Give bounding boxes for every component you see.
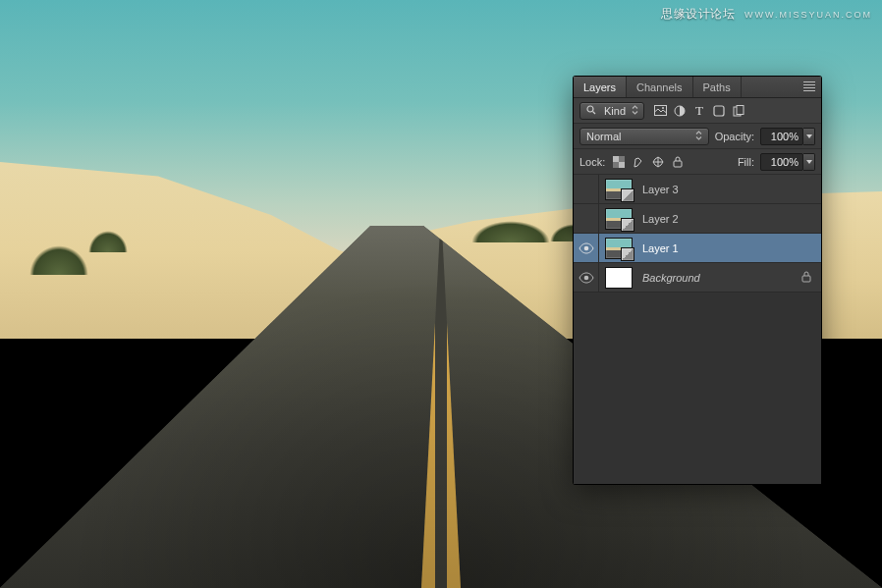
blend-mode-label: Normal <box>586 131 621 142</box>
layer-row[interactable]: Layer 3 <box>574 175 821 204</box>
smart-object-badge-icon <box>621 188 634 202</box>
layer-name[interactable]: Layer 1 <box>642 242 679 254</box>
opacity-field[interactable]: 100% <box>760 128 803 145</box>
blend-mode-select[interactable]: Normal <box>579 128 709 145</box>
tab-paths[interactable]: Paths <box>693 77 742 97</box>
fill-field[interactable]: 100% <box>760 153 803 171</box>
svg-rect-14 <box>802 276 810 282</box>
layer-row[interactable]: Layer 1 <box>574 234 821 263</box>
filter-kind-select[interactable]: Kind <box>579 102 644 120</box>
svg-rect-11 <box>674 161 682 167</box>
layer-name[interactable]: Layer 3 <box>642 184 679 195</box>
fill-dropdown[interactable] <box>803 153 815 171</box>
opacity-dropdown[interactable] <box>803 128 815 145</box>
svg-rect-9 <box>613 156 619 162</box>
svg-point-0 <box>587 106 593 112</box>
watermark: 思缘设计论坛 WWW.MISSYUAN.COM <box>661 6 872 23</box>
blend-row: Normal Opacity: 100% <box>574 124 821 149</box>
layer-row[interactable]: Layer 2 <box>574 204 821 234</box>
svg-point-13 <box>583 275 588 280</box>
bush <box>29 245 88 275</box>
filter-kind-label: Kind <box>604 105 626 117</box>
watermark-sub: WWW.MISSYUAN.COM <box>744 10 872 20</box>
lock-icon <box>801 271 811 285</box>
filter-shape-icon[interactable] <box>711 103 727 119</box>
lock-label: Lock: <box>579 156 605 168</box>
tab-channels[interactable]: Channels <box>627 77 692 97</box>
layer-thumb[interactable] <box>605 179 633 200</box>
svg-rect-5 <box>714 106 724 116</box>
layers-list[interactable]: Layer 3 Layer 2 Layer 1 <box>574 175 821 484</box>
filter-smart-icon[interactable] <box>731 103 746 119</box>
bush <box>88 231 128 252</box>
layers-panel[interactable]: Layers Channels Paths Kind T Normal <box>574 77 821 484</box>
visibility-toggle[interactable] <box>574 263 599 292</box>
panel-tabs: Layers Channels Paths <box>574 77 821 98</box>
svg-point-12 <box>583 245 588 250</box>
watermark-main: 思缘设计论坛 <box>661 7 735 21</box>
smart-object-badge-icon <box>621 247 634 261</box>
visibility-toggle[interactable] <box>574 204 599 233</box>
lock-position-icon[interactable] <box>650 154 666 170</box>
filter-adjust-icon[interactable] <box>672 103 688 119</box>
bush <box>471 221 550 242</box>
lock-row: Lock: Fill: 100% <box>574 149 821 175</box>
layer-thumb[interactable] <box>605 267 633 289</box>
opacity-label: Opacity: <box>715 131 754 142</box>
svg-rect-7 <box>737 105 744 114</box>
fill-label: Fill: <box>738 156 754 168</box>
layer-thumb[interactable] <box>605 208 633 230</box>
tab-layers[interactable]: Layers <box>574 77 627 97</box>
layer-row[interactable]: Background <box>574 263 821 293</box>
filter-text-icon[interactable]: T <box>691 103 707 119</box>
visibility-toggle[interactable] <box>574 234 599 262</box>
layer-name[interactable]: Layer 2 <box>642 213 679 225</box>
chevron-updown-icon <box>695 131 702 142</box>
chevron-updown-icon <box>632 105 638 117</box>
visibility-toggle[interactable] <box>574 175 599 203</box>
svg-point-3 <box>662 107 664 109</box>
smart-object-badge-icon <box>621 218 634 232</box>
road-centerline <box>440 226 442 588</box>
layer-thumb[interactable] <box>605 238 633 259</box>
svg-line-1 <box>593 111 596 114</box>
filter-row: Kind T <box>574 98 821 124</box>
panel-menu-icon[interactable] <box>801 80 817 93</box>
lock-image-icon[interactable] <box>631 154 646 170</box>
search-icon <box>586 105 596 117</box>
layer-name[interactable]: Background <box>642 272 700 284</box>
lock-transparency-icon[interactable] <box>611 154 627 170</box>
svg-rect-10 <box>619 162 625 168</box>
lock-all-icon[interactable] <box>670 154 686 170</box>
filter-pixel-icon[interactable] <box>652 103 668 119</box>
